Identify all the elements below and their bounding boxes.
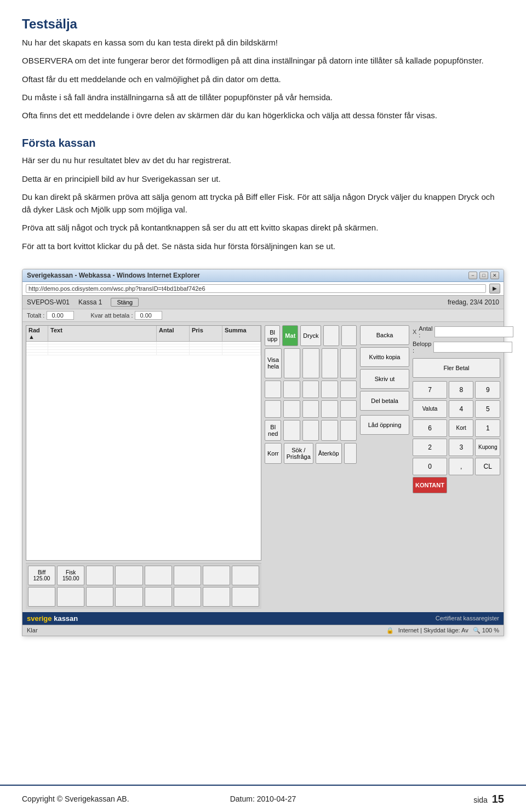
num-4-button[interactable]: 4	[449, 400, 474, 418]
empty-action-13[interactable]	[283, 400, 300, 418]
antal-label: Antal :	[419, 325, 432, 338]
browser-close-button[interactable]: ✕	[490, 272, 499, 279]
prod-empty-5[interactable]	[203, 566, 230, 585]
num-5-button[interactable]: 5	[475, 400, 500, 418]
antal-input[interactable]	[434, 326, 513, 337]
backa-button[interactable]: Backa	[360, 325, 409, 345]
kassa-logo-bar: sverige kassan Certifierat kassaregister	[22, 612, 504, 625]
prod-empty-9[interactable]	[86, 587, 113, 607]
totalt-label: Totalt :	[27, 312, 44, 319]
num-0-button[interactable]: 0	[413, 458, 447, 475]
lad-oppning-button[interactable]: Låd öppning	[360, 415, 409, 435]
kvitto-kopia-button[interactable]: Kvitto kopia	[360, 347, 409, 367]
prod-empty-7[interactable]	[28, 587, 55, 607]
empty-action-2[interactable]	[341, 325, 357, 346]
prod-empty-2[interactable]	[115, 566, 142, 585]
prod-empty-10[interactable]	[115, 587, 142, 607]
prod-empty-3[interactable]	[145, 566, 172, 585]
forsta-para-2: Detta är en principiell bild av hur Sver…	[22, 172, 504, 185]
num-9-button[interactable]: 9	[475, 381, 500, 399]
prod-empty-12[interactable]	[174, 587, 201, 607]
visa-hela-button[interactable]: Visa hela	[265, 348, 282, 378]
empty-action-11[interactable]	[340, 381, 357, 398]
kupong-button[interactable]: Kupong	[475, 439, 500, 456]
empty-action-7[interactable]	[265, 381, 281, 398]
kassa-station: SVEPOS-W01	[27, 298, 70, 306]
empty-action-3[interactable]	[284, 348, 300, 378]
prod-empty-11[interactable]	[145, 587, 172, 607]
skriv-ut-button[interactable]: Skriv ut	[360, 369, 409, 389]
action-row-5: Bl ned	[265, 420, 357, 441]
belopp-input[interactable]	[433, 342, 512, 353]
col-pris: Pris	[190, 326, 222, 341]
cl-button[interactable]: CL	[475, 458, 500, 475]
empty-action-20[interactable]	[340, 420, 357, 441]
browser-go-button[interactable]: ▶	[489, 284, 500, 293]
prod-empty-8[interactable]	[57, 587, 84, 607]
empty-action-16[interactable]	[340, 400, 357, 418]
browser-restore-button[interactable]: □	[479, 272, 488, 279]
empty-action-21[interactable]	[344, 443, 357, 464]
browser-titlebar: Sverigekassan - Webkassa - Windows Inter…	[22, 269, 504, 282]
fler-betal-button[interactable]: Fler Betal	[413, 358, 500, 378]
forsta-kassan-heading: Första kassan	[22, 137, 504, 149]
kassa-stang-button[interactable]: Stäng	[111, 298, 139, 307]
para-4: Du måste i så fall ändra inställningarna…	[22, 91, 504, 103]
empty-action-15[interactable]	[321, 400, 338, 418]
browser-footer-right: 🔒 Internet | Skyddat läge: Av 🔍 100 %	[386, 627, 499, 634]
del-betala-button[interactable]: Del betala	[360, 391, 409, 411]
empty-action-10[interactable]	[321, 381, 338, 398]
empty-action-1[interactable]	[323, 325, 339, 346]
kassa-table: Rad ▲ Text Antal Pris Summa	[26, 325, 261, 561]
prod-fisk-button[interactable]: Fisk150.00	[57, 566, 84, 585]
num-2-button[interactable]: 2	[413, 439, 447, 456]
num-3-button[interactable]: 3	[449, 439, 474, 456]
kassa-table-rows	[26, 342, 261, 451]
browser-minimize-button[interactable]: −	[468, 272, 477, 279]
page-content: Testsälja Nu har det skapats en kassa so…	[0, 0, 526, 691]
certified-text: Certifierat kassaregister	[436, 615, 499, 621]
empty-action-18[interactable]	[302, 420, 319, 441]
prod-empty-13[interactable]	[203, 587, 230, 607]
kassa-main-area: Rad ▲ Text Antal Pris Summa	[22, 322, 504, 612]
bl-upp-button[interactable]: Bl upp	[265, 325, 280, 346]
empty-action-14[interactable]	[302, 400, 319, 418]
num-comma-button[interactable]: ,	[449, 458, 474, 475]
sok-prisfråga-button[interactable]: Sök / Prisfråga	[284, 443, 313, 464]
empty-action-8[interactable]	[283, 381, 300, 398]
num-6-button[interactable]: 6	[413, 419, 447, 437]
prod-empty-6[interactable]	[232, 566, 259, 585]
empty-action-12[interactable]	[265, 400, 281, 418]
bl-ned-button[interactable]: Bl ned	[265, 420, 281, 441]
kassa-action-grid: Bl upp Mat Dryck Visa hela	[265, 325, 357, 609]
empty-action-4[interactable]	[302, 348, 319, 378]
aterkop-button[interactable]: Återköp	[316, 443, 342, 464]
browser-addressbar: http://demo.pos.cdisystem.com/wsc.php?tr…	[22, 282, 504, 296]
prod-empty-4[interactable]	[174, 566, 201, 585]
kassa-numpad-area: X Antal : Belopp : Fler Betal 7 8	[413, 325, 500, 609]
kort-button[interactable]: Kort	[449, 419, 474, 437]
mat-button[interactable]: Mat	[282, 325, 298, 346]
num-7-button[interactable]: 7	[413, 381, 447, 399]
dryck-button[interactable]: Dryck	[300, 325, 321, 346]
prod-empty-1[interactable]	[86, 566, 113, 585]
empty-action-17[interactable]	[283, 420, 300, 441]
browser-window: Sverigekassan - Webkassa - Windows Inter…	[22, 269, 504, 636]
browser-url-bar[interactable]: http://demo.pos.cdisystem.com/wsc.php?tr…	[26, 284, 486, 293]
empty-action-9[interactable]	[302, 381, 319, 398]
prod-empty-14[interactable]	[232, 587, 259, 607]
action-row-4	[265, 400, 357, 418]
prod-biff-button[interactable]: Biff125.00	[28, 566, 55, 585]
datum-label: Datum:	[230, 794, 255, 803]
num-1-button[interactable]: 1	[475, 419, 500, 437]
browser-status: Klar	[27, 627, 38, 634]
korr-button[interactable]: Korr	[265, 443, 282, 464]
action-row-3	[265, 381, 357, 398]
kvar-label: Kvar att betala :	[90, 312, 133, 319]
empty-action-6[interactable]	[340, 348, 357, 378]
valuta-button[interactable]: Valuta	[413, 400, 447, 418]
num-8-button[interactable]: 8	[449, 381, 474, 399]
empty-action-5[interactable]	[322, 348, 338, 378]
kontant-button[interactable]: KONTANT	[413, 477, 447, 493]
empty-action-19[interactable]	[321, 420, 338, 441]
